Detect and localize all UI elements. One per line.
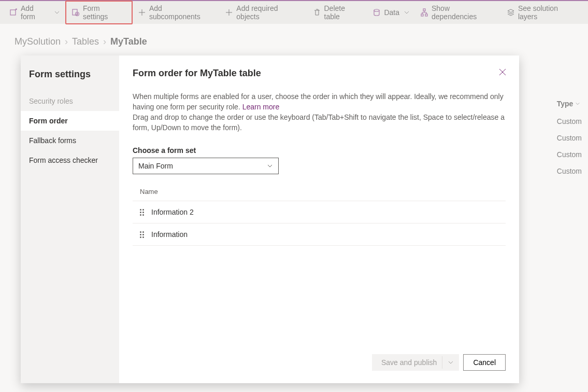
background-column: Type Custom Custom Custom Custom [557,100,582,184]
data-label: Data [384,8,399,17]
add-form-button[interactable]: Add form [4,1,65,24]
form-set-selected-value: Main Form [138,162,173,170]
chevron-right-icon: › [103,36,106,47]
data-button[interactable]: Data [367,5,415,20]
choose-form-set-label: Choose a form set [133,146,506,155]
list-item-label: Information 2 [151,208,194,216]
plus-icon [225,8,233,17]
list-item[interactable]: Information 2 [133,201,506,223]
cancel-button[interactable]: Cancel [463,354,506,371]
layers-icon [507,8,515,17]
table-cell: Custom [557,117,582,125]
modal-title: Form order for MyTable table [133,68,506,79]
list-header-name: Name [133,183,506,201]
modal-description: When multiple forms are enabled for a us… [133,91,506,133]
nav-fallback-forms[interactable]: Fallback forms [21,131,119,150]
svg-rect-0 [10,10,16,15]
delete-table-button[interactable]: Delete table [308,1,368,24]
close-button[interactable] [494,64,511,80]
form-settings-modal: Form settings Security roles Form order … [21,55,519,383]
delete-table-label: Delete table [324,4,363,21]
nav-form-order[interactable]: Form order [21,111,119,131]
add-subcomponents-button[interactable]: Add subcomponents [133,1,220,24]
show-dependencies-label: Show dependencies [432,4,496,21]
chevron-down-icon [54,9,60,16]
nav-form-access-checker[interactable]: Form access checker [21,150,119,170]
chevron-right-icon: › [65,36,68,47]
learn-more-link[interactable]: Learn more [242,103,280,111]
modal-body: Form order for MyTable table When multip… [119,55,519,383]
data-icon [372,8,381,17]
add-form-label: Add form [21,4,50,21]
svg-rect-6 [425,14,427,16]
modal-footer: Save and publish Cancel [133,354,506,371]
drag-handle-icon[interactable] [140,208,145,216]
see-solution-layers-button[interactable]: See solution layers [501,1,584,24]
svg-rect-4 [423,9,425,11]
form-set-select[interactable]: Main Form [133,158,279,174]
chevron-down-icon [267,163,273,169]
svg-point-3 [374,9,379,11]
save-publish-button[interactable]: Save and publish [372,354,459,371]
breadcrumb-current: MyTable [110,36,147,47]
modal-sidebar: Form settings Security roles Form order … [21,55,119,383]
form-settings-icon [71,8,80,17]
svg-rect-5 [421,14,423,16]
add-required-objects-button[interactable]: Add required objects [220,1,307,24]
breadcrumb-tables[interactable]: Tables [72,36,99,47]
toolbar: Add form Form settings Add subcomponents… [0,1,588,24]
breadcrumb-solution[interactable]: MySolution [15,36,61,47]
chevron-down-icon [404,9,410,16]
add-required-objects-label: Add required objects [236,4,302,21]
show-dependencies-button[interactable]: Show dependencies [415,1,501,24]
list-item[interactable]: Information [133,223,506,246]
trash-icon [313,8,321,17]
nav-security-roles[interactable]: Security roles [21,91,119,111]
table-cell: Custom [557,167,582,175]
table-cell: Custom [557,134,582,142]
table-cell: Custom [557,150,582,159]
plus-icon [138,8,146,17]
form-settings-label: Form settings [83,4,126,21]
form-settings-button[interactable]: Form settings [65,1,133,24]
drag-handle-icon[interactable] [140,231,145,238]
type-column-header[interactable]: Type [557,100,582,108]
close-icon [499,68,506,76]
list-item-label: Information [151,230,188,239]
modal-sidebar-title: Form settings [21,65,119,91]
see-solution-layers-label: See solution layers [518,4,579,21]
breadcrumb: MySolution › Tables › MyTable [0,24,588,53]
dependencies-icon [420,8,428,17]
add-form-icon [9,8,18,17]
chevron-down-icon [448,359,454,366]
add-subcomponents-label: Add subcomponents [149,4,214,21]
